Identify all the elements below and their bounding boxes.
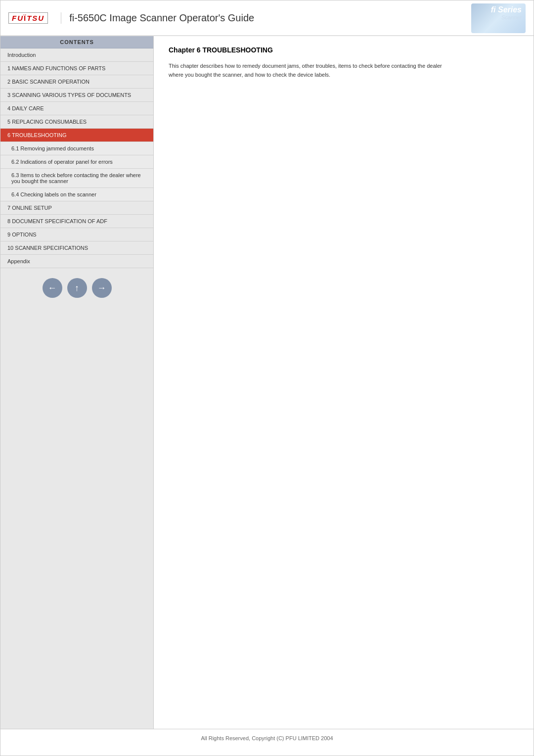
- sidebar-nav: ← ↑ →: [0, 268, 153, 308]
- sidebar-item-6-4[interactable]: 6.4 Checking labels on the scanner: [0, 188, 153, 201]
- sidebar: CONTENTS Introduction 1 NAMES AND FUNCTI…: [0, 36, 154, 729]
- sidebar-item-names-functions[interactable]: 1 NAMES AND FUNCTIONS OF PARTS: [0, 62, 153, 75]
- chapter-description: This chapter describes how to remedy doc…: [169, 62, 455, 79]
- fujitsu-brand-text: FUÏTSU: [12, 15, 44, 22]
- page-wrapper: FUÏTSU fi-5650C Image Scanner Operator's…: [0, 0, 534, 756]
- fujitsu-box: FUÏTSU: [8, 12, 48, 24]
- copyright-text: All Rights Reserved, Copyright (C) PFU L…: [201, 735, 333, 741]
- main-layout: CONTENTS Introduction 1 NAMES AND FUNCTI…: [0, 36, 534, 729]
- sidebar-item-scanning-types[interactable]: 3 SCANNING VARIOUS TYPES OF DOCUMENTS: [0, 89, 153, 102]
- sidebar-item-6-2[interactable]: 6.2 Indications of operator panel for er…: [0, 155, 153, 169]
- sidebar-item-doc-spec-adf[interactable]: 8 DOCUMENT SPECIFICATION OF ADF: [0, 215, 153, 228]
- nav-up-button[interactable]: ↑: [67, 278, 87, 298]
- fi-series-decoration: Scanner: [501, 14, 522, 20]
- sidebar-item-6-1[interactable]: 6.1 Removing jammed documents: [0, 142, 153, 155]
- fi-series-badge: fi Series Scanner: [471, 3, 526, 33]
- sidebar-item-6-3[interactable]: 6.3 Items to check before contacting the…: [0, 169, 153, 188]
- fi-series-label: fi Series: [491, 5, 522, 14]
- sidebar-item-basic-scanner[interactable]: 2 BASIC SCANNER OPERATION: [0, 75, 153, 89]
- sidebar-contents-header: CONTENTS: [0, 36, 153, 48]
- sidebar-item-scanner-spec[interactable]: 10 SCANNER SPECIFICATIONS: [0, 241, 153, 255]
- logo-area: FUÏTSU: [8, 12, 61, 24]
- nav-back-icon: ←: [48, 283, 57, 293]
- sidebar-item-introduction[interactable]: Introduction: [0, 48, 153, 62]
- sidebar-item-options[interactable]: 9 OPTIONS: [0, 228, 153, 241]
- nav-back-button[interactable]: ←: [43, 278, 62, 298]
- page-title: fi-5650C Image Scanner Operator's Guide: [69, 12, 526, 24]
- header: FUÏTSU fi-5650C Image Scanner Operator's…: [0, 0, 534, 36]
- nav-up-icon: ↑: [75, 283, 79, 293]
- sidebar-item-troubleshooting[interactable]: 6 TROUBLESHOOTING: [0, 129, 153, 142]
- chapter-title: Chapter 6 TROUBLESHOOTING: [169, 46, 519, 54]
- sidebar-item-replacing-consumables[interactable]: 5 REPLACING CONSUMABLES: [0, 115, 153, 129]
- footer: All Rights Reserved, Copyright (C) PFU L…: [0, 729, 534, 747]
- sidebar-item-appendix[interactable]: Appendix: [0, 255, 153, 268]
- content-area: Chapter 6 TROUBLESHOOTING This chapter d…: [154, 36, 534, 729]
- nav-forward-icon: →: [97, 283, 106, 293]
- sidebar-item-daily-care[interactable]: 4 DAILY CARE: [0, 102, 153, 115]
- nav-forward-button[interactable]: →: [92, 278, 112, 298]
- sidebar-item-online-setup[interactable]: 7 ONLINE SETUP: [0, 201, 153, 215]
